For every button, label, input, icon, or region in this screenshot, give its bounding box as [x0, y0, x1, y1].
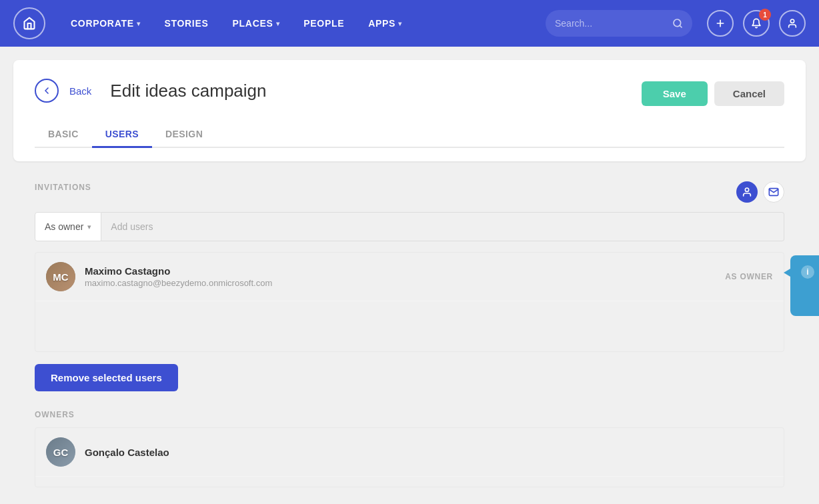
save-button[interactable]: Save: [642, 81, 708, 106]
table-row[interactable]: GC Gonçalo Castelao: [35, 428, 784, 477]
nav-corporate[interactable]: CORPORATE ▾: [59, 0, 152, 47]
nav-places[interactable]: PLACES ▾: [221, 0, 292, 47]
role-select[interactable]: As owner ▾: [35, 212, 101, 241]
main-area: Back Edit ideas campaign Save Cancel BAS…: [0, 47, 819, 504]
user-list: MC Maximo Castagno maximo.castagno@beezy…: [35, 252, 784, 352]
chevron-down-icon: ▾: [276, 20, 280, 27]
tooltip-bubble: i Invited users here will remain until t…: [790, 255, 819, 316]
user-info: Gonçalo Castelao: [85, 447, 773, 458]
edit-card: Back Edit ideas campaign Save Cancel BAS…: [13, 60, 806, 161]
tab-basic[interactable]: BASIC: [35, 122, 92, 148]
edit-card-left: Back Edit ideas campaign: [35, 79, 267, 103]
nav-items: CORPORATE ▾ STORIES PLACES ▾ PEOPLE APPS…: [59, 0, 546, 47]
tab-users[interactable]: USERS: [92, 122, 152, 148]
user-profile-button[interactable]: [779, 10, 806, 37]
top-navigation: CORPORATE ▾ STORIES PLACES ▾ PEOPLE APPS…: [0, 0, 819, 47]
owners-list: GC Gonçalo Castelao: [35, 427, 784, 487]
notifications-button[interactable]: 1: [743, 10, 770, 37]
cancel-button[interactable]: Cancel: [714, 81, 784, 106]
user-name: Maximo Castagno: [85, 265, 716, 277]
nav-people[interactable]: PEOPLE: [291, 0, 356, 47]
chevron-down-icon: ▾: [87, 223, 91, 231]
user-name: Gonçalo Castelao: [85, 447, 773, 458]
back-label[interactable]: Back: [69, 85, 91, 97]
avatar: GC: [46, 437, 75, 467]
role-value: As owner: [45, 221, 83, 232]
email-icon-button[interactable]: [763, 181, 784, 203]
invitations-header: INVITATIONS: [35, 181, 784, 203]
add-users-input-wrap: [101, 212, 784, 241]
svg-point-5: [745, 188, 748, 191]
user-role: AS OWNER: [725, 272, 773, 281]
edit-card-actions: Save Cancel: [642, 81, 784, 106]
add-users-input[interactable]: [111, 221, 774, 232]
info-icon: i: [801, 265, 814, 279]
search-bar: [546, 10, 692, 37]
user-email: maximo.castagno@beezydemo.onmicrosoft.co…: [85, 278, 716, 288]
nav-apps[interactable]: APPS ▾: [356, 0, 414, 47]
svg-point-4: [790, 19, 794, 23]
tab-design[interactable]: DESIGN: [152, 122, 216, 148]
back-button[interactable]: [35, 79, 59, 103]
remove-selected-button[interactable]: Remove selected users: [35, 364, 178, 391]
tabs: BASIC USERS DESIGN: [35, 121, 784, 148]
body-section: INVITATIONS As owner ▾: [13, 161, 806, 501]
nav-stories[interactable]: STORIES: [152, 0, 220, 47]
page-title: Edit ideas campaign: [110, 81, 266, 101]
user-info: Maximo Castagno maximo.castagno@beezydem…: [85, 265, 716, 288]
invitations-label: INVITATIONS: [35, 183, 91, 192]
person-icon-button[interactable]: [736, 181, 758, 203]
invitation-controls: As owner ▾: [35, 212, 784, 241]
edit-card-header: Back Edit ideas campaign Save Cancel: [35, 79, 784, 106]
invitation-icons: [736, 181, 784, 203]
avatar: MC: [46, 262, 75, 291]
search-input[interactable]: [555, 18, 672, 29]
add-button[interactable]: [707, 10, 734, 37]
table-row[interactable]: MC Maximo Castagno maximo.castagno@beezy…: [35, 253, 784, 301]
owners-label: OWNERS: [35, 410, 784, 419]
svg-line-1: [680, 25, 682, 27]
chevron-down-icon: ▾: [398, 20, 402, 27]
chevron-down-icon: ▾: [137, 20, 141, 27]
nav-actions: 1: [707, 10, 806, 37]
notification-badge: 1: [759, 9, 771, 21]
search-icon: [672, 18, 683, 29]
home-button[interactable]: [13, 7, 45, 39]
